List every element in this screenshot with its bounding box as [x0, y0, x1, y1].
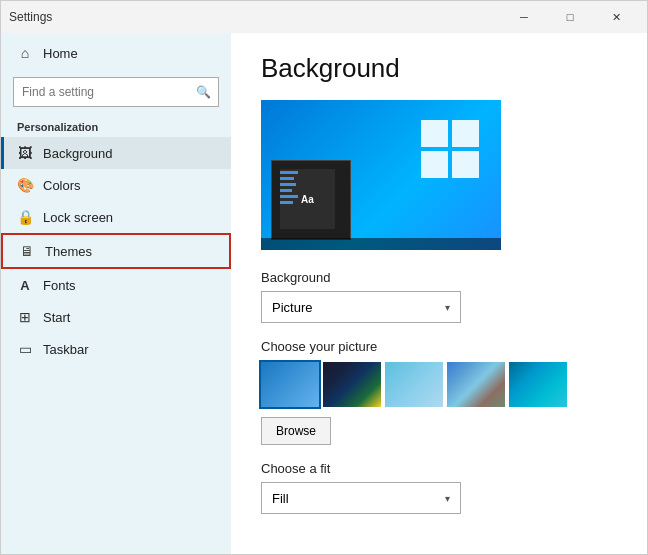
- preview-line-5: [280, 195, 298, 198]
- svg-rect-0: [421, 120, 448, 147]
- sidebar: ⌂ Home 🔍 Personalization 🖼 Background 🎨 …: [1, 33, 231, 554]
- preview-bg: Aa: [261, 100, 501, 250]
- taskbar-icon: ▭: [17, 341, 33, 357]
- colors-icon: 🎨: [17, 177, 33, 193]
- settings-window: Settings ─ □ ✕ ⌂ Home 🔍 Personalization …: [0, 0, 648, 555]
- picture-thumb-1[interactable]: [261, 362, 319, 407]
- close-button[interactable]: ✕: [593, 1, 639, 33]
- preview-line-3: [280, 183, 296, 186]
- sidebar-start-label: Start: [43, 310, 70, 325]
- svg-rect-1: [452, 120, 479, 147]
- choose-fit-label: Choose a fit: [261, 461, 617, 476]
- preview-window-mockup: Aa: [271, 160, 351, 240]
- sidebar-item-fonts[interactable]: A Fonts: [1, 269, 231, 301]
- sidebar-item-lock-screen[interactable]: 🔒 Lock screen: [1, 201, 231, 233]
- picture-thumb-4[interactable]: [447, 362, 505, 407]
- search-input[interactable]: [13, 77, 219, 107]
- preview-aa-text: Aa: [301, 194, 314, 205]
- sidebar-colors-label: Colors: [43, 178, 81, 193]
- sidebar-item-home[interactable]: ⌂ Home: [1, 33, 231, 73]
- fit-dropdown-value: Fill: [272, 491, 289, 506]
- main-content: Background: [231, 33, 647, 554]
- sidebar-item-taskbar[interactable]: ▭ Taskbar: [1, 333, 231, 365]
- lock-icon: 🔒: [17, 209, 33, 225]
- sidebar-taskbar-label: Taskbar: [43, 342, 89, 357]
- sidebar-themes-label: Themes: [45, 244, 92, 259]
- fonts-icon: A: [17, 277, 33, 293]
- fit-dropdown-arrow: ▾: [445, 493, 450, 504]
- background-preview: Aa: [261, 100, 501, 250]
- background-dropdown-value: Picture: [272, 300, 312, 315]
- sidebar-item-themes[interactable]: 🖥 Themes: [1, 233, 231, 269]
- preview-lines: [280, 171, 298, 204]
- page-title: Background: [261, 53, 617, 84]
- start-icon: ⊞: [17, 309, 33, 325]
- preview-line-1: [280, 171, 298, 174]
- browse-button[interactable]: Browse: [261, 417, 331, 445]
- title-bar: Settings ─ □ ✕: [1, 1, 647, 33]
- choose-picture-label: Choose your picture: [261, 339, 617, 354]
- preview-line-4: [280, 189, 292, 192]
- svg-rect-2: [421, 151, 448, 178]
- window-title: Settings: [9, 10, 52, 24]
- window-controls: ─ □ ✕: [501, 1, 639, 33]
- sidebar-item-colors[interactable]: 🎨 Colors: [1, 169, 231, 201]
- preview-taskbar: [261, 238, 501, 250]
- themes-icon: 🖥: [19, 243, 35, 259]
- svg-rect-3: [452, 151, 479, 178]
- picture-thumb-5[interactable]: [509, 362, 567, 407]
- sidebar-item-background[interactable]: 🖼 Background: [1, 137, 231, 169]
- sidebar-search-container: 🔍: [13, 77, 219, 107]
- sidebar-section-title: Personalization: [1, 115, 231, 137]
- sidebar-lock-label: Lock screen: [43, 210, 113, 225]
- preview-line-2: [280, 177, 294, 180]
- picture-thumb-3[interactable]: [385, 362, 443, 407]
- preview-line-6: [280, 201, 293, 204]
- background-dropdown-arrow: ▾: [445, 302, 450, 313]
- sidebar-background-label: Background: [43, 146, 112, 161]
- windows-logo: [421, 120, 481, 180]
- fit-dropdown[interactable]: Fill ▾: [261, 482, 461, 514]
- home-icon: ⌂: [17, 45, 33, 61]
- pictures-row: [261, 362, 617, 407]
- sidebar-item-start[interactable]: ⊞ Start: [1, 301, 231, 333]
- background-icon: 🖼: [17, 145, 33, 161]
- sidebar-fonts-label: Fonts: [43, 278, 76, 293]
- windows-logo-svg: [421, 120, 481, 180]
- minimize-button[interactable]: ─: [501, 1, 547, 33]
- background-dropdown[interactable]: Picture ▾: [261, 291, 461, 323]
- background-section-label: Background: [261, 270, 617, 285]
- maximize-button[interactable]: □: [547, 1, 593, 33]
- sidebar-home-label: Home: [43, 46, 78, 61]
- search-icon: 🔍: [196, 85, 211, 99]
- picture-thumb-2[interactable]: [323, 362, 381, 407]
- window-content: ⌂ Home 🔍 Personalization 🖼 Background 🎨 …: [1, 33, 647, 554]
